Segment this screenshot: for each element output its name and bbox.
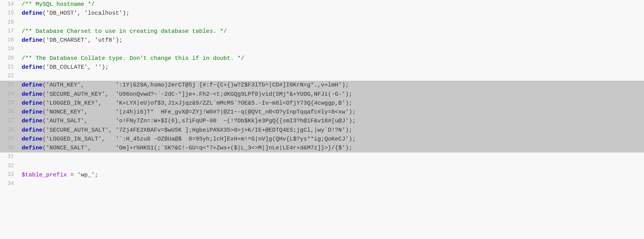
line-number: 33 bbox=[0, 171, 19, 180]
code-token: ('DB_CHARSET', 'utf8'); bbox=[43, 37, 123, 44]
line-number: 23 bbox=[0, 81, 19, 90]
line-content: /** Database Charset to use in creating … bbox=[19, 27, 644, 36]
code-token: /** Database Charset to use in creating … bbox=[22, 28, 227, 35]
code-token: define bbox=[22, 136, 43, 142]
line-number: 21 bbox=[0, 63, 19, 72]
code-token: ('SECURE_AUTH_KEY', 'U96onQvwd?~`-2dC-*]… bbox=[43, 91, 352, 98]
line-number: 15 bbox=[0, 9, 19, 18]
line-content: define('DB_CHARSET', 'utf8'); bbox=[19, 36, 644, 45]
line-content: define('SECURE_AUTH_SALT', '7Zj4FE2XBAFv… bbox=[19, 126, 644, 135]
line-number: 31 bbox=[0, 153, 19, 161]
line-content: define('LOGGED_IN_KEY', 'K+LYX|eU)of$3,J… bbox=[19, 99, 644, 108]
code-token: ('SECURE_AUTH_SALT', '7Zj4FE2XBAFv=$wU5K… bbox=[43, 127, 352, 134]
code-editor: 14/** MySQL hostname */15define('DB_HOST… bbox=[0, 0, 644, 239]
line-number: 14 bbox=[0, 0, 19, 9]
line-content: /** MySQL hostname */ bbox=[19, 0, 644, 9]
line-number: 29 bbox=[0, 135, 19, 144]
code-token: ('NONCE_SALT', 'Om]+r%HKS1(;`SK?&C!-GU=q… bbox=[43, 145, 352, 151]
line-content: define('DB_COLLATE', ''); bbox=[19, 63, 644, 72]
code-token: define bbox=[22, 64, 43, 71]
line-number: 28 bbox=[0, 126, 19, 135]
line-number: 27 bbox=[0, 117, 19, 125]
code-token: ('LOGGED_IN_KEY', 'K+LYX|eU)of$3,J1xJjqz… bbox=[43, 100, 352, 107]
line-content: $table_prefix = 'wp_'; bbox=[19, 171, 644, 180]
code-token: ('AUTH_SALT', 'o!FNy7Zn=:W+$I(6},s7iFqUP… bbox=[43, 118, 356, 124]
line-number: 25 bbox=[0, 99, 19, 108]
line-content: define('AUTH_SALT', 'o!FNy7Zn=:W+$I(6},s… bbox=[19, 117, 644, 125]
line-content bbox=[19, 72, 644, 81]
line-content bbox=[19, 153, 644, 161]
line-content bbox=[19, 180, 644, 188]
code-token: define bbox=[22, 118, 43, 124]
line-content: define('NONCE_SALT', 'Om]+r%HKS1(;`SK?&C… bbox=[19, 144, 644, 153]
line-number: 17 bbox=[0, 27, 19, 36]
code-token: define bbox=[22, 37, 43, 44]
code-token: define bbox=[22, 82, 43, 88]
code-token: /** The Database Collate type. Don't cha… bbox=[22, 55, 244, 62]
code-token: ('AUTH_KEY', ':1Y|G29A,hsmo)2erCT@5j {#:… bbox=[43, 82, 349, 88]
code-token: define bbox=[22, 109, 43, 115]
code-token: ('DB_HOST', 'localhost'); bbox=[43, 10, 129, 17]
code-token: define bbox=[22, 127, 43, 134]
line-content bbox=[19, 45, 644, 54]
code-token: /** MySQL hostname */ bbox=[22, 1, 95, 8]
code-token: ('LOGGED_IN_SALT', '`:H_45zu8 -OZBUa@$ 8… bbox=[43, 136, 356, 142]
line-number: 24 bbox=[0, 90, 19, 99]
line-content: define('DB_HOST', 'localhost'); bbox=[19, 9, 644, 18]
line-content: define('NONCE_KEY', '(z4h)i6)T* HFe_gvX@… bbox=[19, 108, 644, 117]
line-number: 16 bbox=[0, 18, 19, 27]
line-number: 30 bbox=[0, 144, 19, 153]
line-content bbox=[19, 18, 644, 27]
line-number: 18 bbox=[0, 36, 19, 45]
line-number: 20 bbox=[0, 54, 19, 63]
code-table: 14/** MySQL hostname */15define('DB_HOST… bbox=[0, 0, 644, 188]
line-content: define('SECURE_AUTH_KEY', 'U96onQvwd?~`-… bbox=[19, 90, 644, 99]
code-token: ('NONCE_KEY', '(z4h)i6)T* HFe_gvX@=ZYj!W… bbox=[43, 109, 356, 115]
code-token: define bbox=[22, 91, 43, 98]
line-content: define('AUTH_KEY', ':1Y|G29A,hsmo)2erCT@… bbox=[19, 81, 644, 90]
code-token: define bbox=[22, 100, 43, 107]
line-number: 26 bbox=[0, 108, 19, 117]
code-token: ('DB_COLLATE', ''); bbox=[43, 64, 109, 71]
line-content bbox=[19, 162, 644, 171]
line-number: 34 bbox=[0, 180, 19, 188]
line-number: 22 bbox=[0, 72, 19, 81]
line-content: define('LOGGED_IN_SALT', '`:H_45zu8 -OZB… bbox=[19, 135, 644, 144]
code-token: define bbox=[22, 10, 43, 17]
code-token: $table_prefix bbox=[22, 172, 67, 178]
code-token: define bbox=[22, 145, 43, 151]
line-number: 19 bbox=[0, 45, 19, 54]
code-token: = 'wp_'; bbox=[67, 172, 98, 178]
line-content: /** The Database Collate type. Don't cha… bbox=[19, 54, 644, 63]
line-number: 32 bbox=[0, 162, 19, 171]
